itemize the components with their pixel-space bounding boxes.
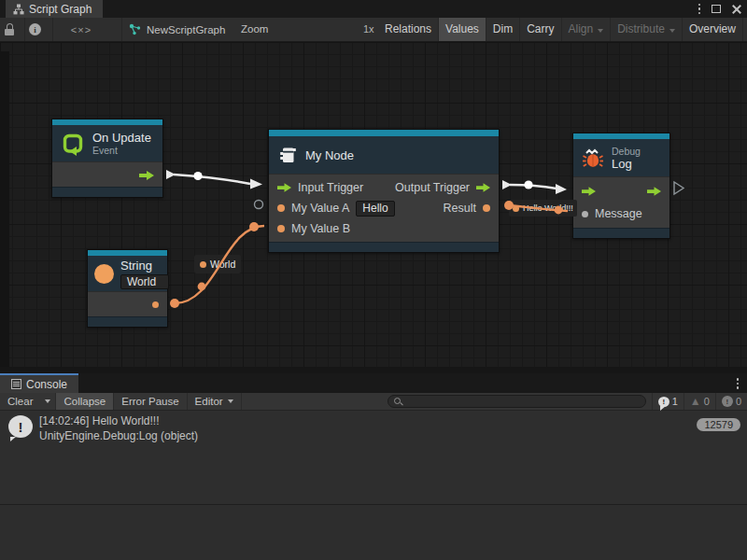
debug-bug-icon	[582, 147, 604, 169]
console-count-badges: ! 1 ▲ 0 ! 0	[652, 393, 747, 410]
canvas-edge-strip	[0, 367, 747, 373]
trigger-output-port[interactable]	[476, 183, 490, 192]
value-dot-icon	[513, 205, 519, 212]
node-debug-log[interactable]: Debug Log Message	[572, 133, 670, 239]
port-label: Result	[444, 202, 476, 215]
tab-label: Console	[26, 378, 67, 391]
value-output-port[interactable]	[152, 301, 159, 308]
port-label: My Value B	[291, 222, 350, 235]
graph-hierarchy-icon	[13, 4, 24, 15]
maximize-icon[interactable]	[712, 5, 721, 13]
value-a-field[interactable]: Hello	[356, 201, 394, 217]
node-accent-bar	[269, 130, 499, 136]
wire-value: Hello World!!!	[523, 203, 573, 213]
custom-node-icon	[277, 145, 298, 165]
value-input-port[interactable]	[277, 225, 285, 232]
node-footer	[573, 228, 669, 238]
warning-icon: ▲	[690, 396, 701, 407]
chevron-down-icon	[45, 399, 50, 403]
log-entry-row[interactable]: ! [14:02:46] Hello World!!! UnityEngine.…	[0, 411, 747, 445]
search-icon	[394, 398, 402, 406]
node-title: Log	[612, 157, 641, 171]
string-value-field[interactable]: World	[120, 274, 169, 289]
value-input-port[interactable]	[582, 211, 588, 217]
trigger-input-port[interactable]	[582, 187, 596, 196]
wire-value-bubble: World	[194, 255, 241, 273]
graph-name: NewScriptGraph	[147, 24, 225, 35]
values-button[interactable]: Values	[439, 18, 486, 41]
editor-dropdown[interactable]: Editor	[188, 393, 242, 410]
update-loop-icon	[61, 132, 85, 156]
console-tab-bar: Console	[0, 373, 747, 393]
zoom-value: 1x	[363, 18, 374, 41]
log-entry-text: [14:02:46] Hello World!!! UnityEngine.De…	[39, 413, 198, 443]
chevron-down-icon	[228, 399, 233, 403]
dim-button[interactable]: Dim	[486, 18, 520, 41]
node-title: String	[120, 259, 169, 273]
error-pause-button[interactable]: Error Pause	[114, 393, 187, 410]
node-string-literal[interactable]: String World	[87, 249, 168, 328]
trigger-output-port[interactable]	[139, 171, 154, 180]
overview-button[interactable]: Overview	[683, 18, 743, 41]
graph-asset-icon	[129, 23, 141, 35]
node-title: On Update	[92, 131, 151, 145]
string-type-icon	[94, 264, 114, 284]
clear-dropdown-button[interactable]	[40, 393, 56, 410]
close-icon[interactable]	[732, 5, 741, 14]
error-icon: !	[722, 396, 733, 407]
trigger-output-port[interactable]	[647, 187, 661, 196]
log-info-icon: !	[8, 415, 33, 438]
console-toolbar: Clear Collapse Error Pause Editor ! 1 ▲ …	[0, 393, 747, 411]
log-stacktrace: UnityEngine.Debug:Log (object)	[39, 428, 198, 443]
graph-canvas[interactable]: On Update Event My Node	[0, 42, 747, 373]
code-view-toggle[interactable]	[58, 18, 105, 41]
canvas-edge-strip	[0, 51, 9, 367]
align-button[interactable]: Align	[562, 18, 612, 41]
port-label: My Value A	[291, 202, 349, 215]
lock-icon[interactable]	[5, 23, 14, 35]
error-count-badge[interactable]: ! 0	[715, 393, 747, 410]
graph-toolbar: i NewScriptGraph Zoom 1x Relations Value…	[0, 18, 747, 42]
distribute-button[interactable]: Distribute	[611, 18, 683, 41]
graph-reference[interactable]: NewScriptGraph	[129, 18, 225, 41]
value-input-port[interactable]	[277, 204, 285, 212]
wire-value: World	[210, 259, 235, 270]
node-footer	[52, 187, 162, 197]
relations-button[interactable]: Relations	[378, 18, 439, 41]
chevron-down-icon	[598, 29, 603, 33]
window-menu-icon[interactable]	[698, 4, 701, 15]
info-bubble-icon: !	[658, 397, 669, 407]
node-my-node[interactable]: My Node Input Trigger Output Trigger My …	[268, 129, 500, 253]
log-collapse-count: 12579	[697, 418, 740, 431]
wire-value-bubble: Hello World!!!	[509, 200, 577, 217]
port-label: Output Trigger	[395, 181, 470, 194]
chevron-down-icon	[669, 29, 675, 33]
console-panel: Console Clear Collapse Error Pause Edito…	[0, 373, 747, 560]
collapse-button[interactable]: Collapse	[56, 393, 114, 410]
graph-toolbar-buttons: Relations Values Dim Carry Align Distrib…	[378, 18, 747, 41]
node-on-update[interactable]: On Update Event	[51, 119, 163, 198]
node-category: Debug	[612, 146, 641, 157]
tab-label: Script Graph	[29, 3, 92, 16]
warning-count-badge[interactable]: ▲ 0	[684, 393, 715, 410]
value-dot-icon	[200, 261, 206, 268]
info-icon[interactable]: i	[29, 23, 41, 35]
clear-button[interactable]: Clear	[0, 393, 40, 410]
node-title: My Node	[305, 148, 354, 162]
window-controls	[698, 0, 742, 18]
console-list-icon	[11, 379, 21, 389]
node-footer	[269, 242, 499, 252]
fullscreen-button[interactable]: Full S	[743, 18, 747, 41]
panel-menu-icon[interactable]	[737, 378, 740, 389]
info-count-badge[interactable]: ! 1	[652, 393, 684, 410]
node-subtitle: Event	[92, 145, 151, 156]
port-label: Message	[595, 207, 642, 220]
tab-script-graph[interactable]: Script Graph	[6, 0, 103, 18]
node-footer	[88, 316, 167, 327]
carry-button[interactable]: Carry	[520, 18, 561, 41]
console-search-input[interactable]	[388, 395, 646, 408]
value-output-port[interactable]	[483, 204, 490, 212]
trigger-input-port[interactable]	[277, 183, 291, 192]
tab-console[interactable]: Console	[0, 373, 78, 393]
console-detail-pane	[0, 505, 747, 560]
